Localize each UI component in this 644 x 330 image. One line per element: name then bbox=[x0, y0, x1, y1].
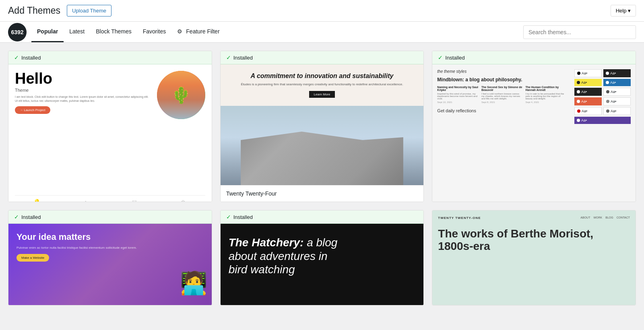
swatch-8: Aa• bbox=[603, 97, 631, 105]
ttt-header: the theme styles bbox=[437, 69, 567, 74]
ttt-color-swatches: Aa• Aa• Aa• Aa• bbox=[574, 69, 631, 124]
tab-popular[interactable]: Popular bbox=[31, 22, 64, 42]
hello-circle-image: 🌵 bbox=[157, 71, 205, 119]
ttt-preview: the theme styles Mindblown: a blog about… bbox=[432, 64, 636, 202]
diamond-icon: ♦ bbox=[64, 199, 107, 202]
snowflake-icon: ❄ bbox=[161, 199, 205, 202]
swatch-10: Aa• bbox=[603, 107, 631, 115]
tt1-hero-text: The works of Berthe Morisot, 1800s-era bbox=[438, 228, 630, 253]
book-item-2: The Second Sex by Simone de Beauvoir I f… bbox=[481, 86, 523, 103]
astra-btn[interactable]: Make a Website bbox=[17, 254, 49, 262]
tab-feature-filter[interactable]: ⚙ Feature Filter bbox=[171, 22, 225, 42]
search-box bbox=[523, 22, 636, 42]
ttf-building-shape bbox=[221, 129, 424, 185]
plant-decoration: 🌵 bbox=[171, 86, 191, 105]
installed-label-ttf: Installed bbox=[233, 55, 253, 61]
astra-illustration: 🧑‍💻 bbox=[159, 266, 208, 305]
hello-icon-paper: ✉ Where does it come from? Contrary bbox=[112, 199, 156, 202]
hatchery-preview: The Hatchery: a blogabout adventures inb… bbox=[221, 224, 424, 305]
top-bar: Add Themes Upload Theme Help ▾ bbox=[0, 0, 644, 22]
hello-icon-bulb: 💡 Lorem ipsum is simply dummy text bbox=[15, 199, 59, 202]
help-button[interactable]: Help ▾ bbox=[611, 5, 636, 16]
ttf-top-section: A commitment to innovation and sustainab… bbox=[221, 64, 424, 106]
check-icon: ✓ bbox=[14, 54, 19, 61]
tt1-nav-contact: CONTACT bbox=[617, 216, 630, 220]
astra-title: Your idea matters bbox=[17, 232, 204, 242]
check-icon-ttf: ✓ bbox=[226, 54, 231, 61]
swatch-7: Aa• bbox=[574, 97, 602, 105]
ttf-preview: A commitment to innovation and sustainab… bbox=[221, 64, 424, 185]
bulb-icon: 💡 bbox=[15, 199, 59, 202]
swatch-5: Aa• bbox=[574, 88, 602, 96]
hatchery-text: The Hatchery: a blogabout adventures inb… bbox=[229, 236, 338, 276]
swatch-9: Aa• bbox=[574, 107, 602, 115]
installed-banner-ttt: ✓ Installed bbox=[432, 51, 636, 64]
hello-big-text: Hello bbox=[15, 71, 152, 86]
ttt-description: Mindblown: a blog about philosophy. bbox=[437, 77, 567, 82]
nav-tabs: Popular Latest Block Themes Favorites ⚙ … bbox=[31, 22, 523, 42]
swatch-1: Aa• bbox=[574, 69, 602, 77]
ttf-title: A commitment to innovation and sustainab… bbox=[229, 72, 416, 80]
tt1-preview: TWENTY TWENTY-ONE ABOUT WORK BLOG CONTAC… bbox=[432, 210, 636, 305]
theme-count-badge: 6392 bbox=[8, 23, 27, 41]
tt1-nav-about: ABOUT bbox=[580, 216, 590, 220]
ttt-book-list: Naming and Necessity by Saul Kripke Insp… bbox=[437, 86, 567, 103]
nav-bar: 6392 Popular Latest Block Themes Favorit… bbox=[0, 22, 644, 43]
swatch-3: Aa• bbox=[574, 79, 602, 86]
gear-icon: ⚙ bbox=[177, 28, 184, 35]
tt1-site-name: TWENTY TWENTY-ONE bbox=[438, 216, 481, 220]
installed-banner-hello: ✓ Installed bbox=[8, 51, 212, 64]
swatch-2: Aa• bbox=[603, 69, 631, 77]
installed-banner-hatchery: ✓ Installed bbox=[221, 210, 424, 224]
ttf-theme-name: Twenty Twenty-Four bbox=[226, 190, 277, 197]
tt1-nav-blog: BLOG bbox=[605, 216, 613, 220]
tab-block-themes[interactable]: Block Themes bbox=[90, 22, 137, 42]
hello-subtext: Theme bbox=[15, 88, 152, 93]
hello-preview: Hello Theme I am text block. Click edit … bbox=[8, 64, 212, 202]
hello-launch-btn[interactable]: → Launch Project bbox=[15, 106, 50, 114]
tt1-nav: TWENTY TWENTY-ONE ABOUT WORK BLOG CONTAC… bbox=[438, 216, 630, 220]
theme-card-astra: ✓ Installed Your idea matters Pulvinar e… bbox=[8, 210, 212, 305]
tab-favorites[interactable]: Favorites bbox=[137, 22, 172, 42]
installed-banner-ttf: ✓ Installed bbox=[221, 51, 424, 64]
installed-label-ttt: Installed bbox=[445, 55, 464, 61]
theme-card-twenty-twenty-three: ✓ Installed the theme styles Mindblown: … bbox=[432, 51, 636, 202]
check-icon-hatchery: ✓ bbox=[226, 214, 231, 220]
tt1-nav-links: ABOUT WORK BLOG CONTACT bbox=[580, 216, 630, 220]
book-item-1: Naming and Necessity by Saul Kripke Insp… bbox=[437, 86, 479, 103]
themes-grid: ✓ Installed Hello Theme I am text block.… bbox=[0, 43, 644, 314]
swatch-6: Aa• bbox=[603, 88, 631, 96]
ttf-learn-btn[interactable]: Learn More bbox=[309, 91, 335, 98]
ttt-blog-preview: Get daily reflections bbox=[437, 108, 567, 113]
page-title: Add Themes bbox=[8, 5, 60, 16]
tt1-nav-work: WORK bbox=[593, 216, 602, 220]
check-icon-astra: ✓ bbox=[14, 214, 19, 220]
swatch-11: Aa• bbox=[574, 117, 631, 124]
check-icon-ttt: ✓ bbox=[438, 54, 443, 61]
theme-card-twenty-twenty-four: ✓ Installed A commitment to innovation a… bbox=[220, 51, 424, 202]
swatch-4: Aa• bbox=[603, 79, 631, 86]
ttf-image bbox=[221, 106, 424, 185]
upload-theme-button[interactable]: Upload Theme bbox=[67, 5, 111, 16]
hello-icon-snowflake: ❄ Here are many variations of bbox=[161, 199, 205, 202]
book-item-3: The Human Condition by Hannah Arendt I t… bbox=[525, 86, 567, 103]
hello-icons-row: 💡 Lorem ipsum is simply dummy text ♦ The… bbox=[15, 195, 205, 202]
theme-card-hatchery: ✓ Installed The Hatchery: a blogabout ad… bbox=[220, 210, 424, 305]
tab-latest[interactable]: Latest bbox=[64, 22, 90, 42]
installed-label-astra: Installed bbox=[21, 214, 41, 220]
hello-icon-diamond: ♦ There are many variations of bbox=[64, 199, 107, 202]
astra-preview: Your idea matters Pulvinar enim ac torto… bbox=[8, 224, 212, 305]
ttf-subtitle: Études is a pioneering firm that seamles… bbox=[229, 82, 416, 87]
search-input[interactable] bbox=[523, 25, 636, 39]
installed-label-hatchery: Installed bbox=[233, 214, 253, 220]
astra-subtitle: Pulvinar enim ac tortor nulla facilisi t… bbox=[17, 245, 204, 250]
hello-body-text: I am text block. Click edit button to ch… bbox=[15, 95, 152, 103]
tt1-name-bar: Twenty Twenty-One bbox=[432, 305, 636, 305]
paper-icon: ✉ bbox=[112, 199, 156, 202]
ttf-name-bar: Twenty Twenty-Four bbox=[221, 185, 424, 202]
installed-label: Installed bbox=[21, 55, 41, 61]
installed-banner-astra: ✓ Installed bbox=[8, 210, 212, 224]
theme-card-hello-elementor: ✓ Installed Hello Theme I am text block.… bbox=[8, 51, 212, 202]
theme-card-twenty-twenty-one: TWENTY TWENTY-ONE ABOUT WORK BLOG CONTAC… bbox=[432, 210, 636, 305]
